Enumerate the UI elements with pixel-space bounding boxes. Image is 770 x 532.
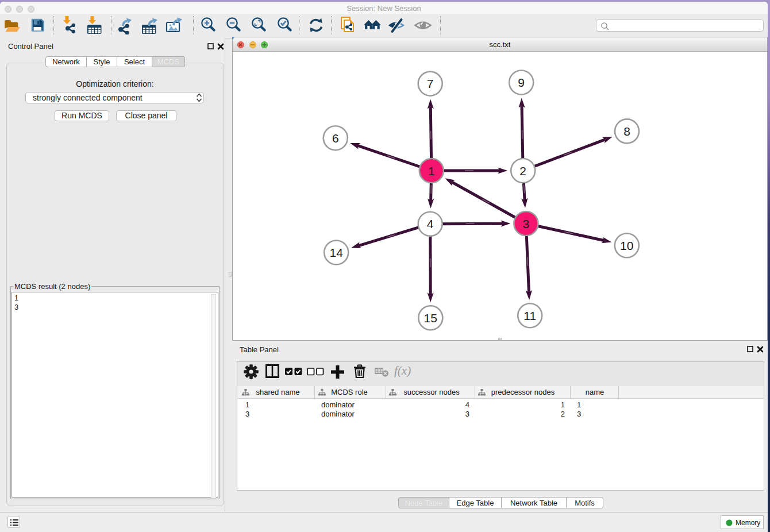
svg-text:8: 8: [623, 125, 630, 138]
svg-text:9: 9: [518, 76, 525, 89]
svg-text:14: 14: [330, 246, 344, 259]
svg-text:10: 10: [620, 239, 633, 252]
svg-text:4: 4: [427, 217, 434, 230]
svg-text:6: 6: [332, 132, 339, 145]
svg-text:2: 2: [519, 164, 526, 178]
svg-text:15: 15: [424, 311, 437, 325]
svg-text:11: 11: [523, 309, 536, 322]
svg-text:3: 3: [523, 217, 530, 230]
svg-text:7: 7: [427, 77, 434, 90]
svg-text:1: 1: [428, 164, 435, 178]
